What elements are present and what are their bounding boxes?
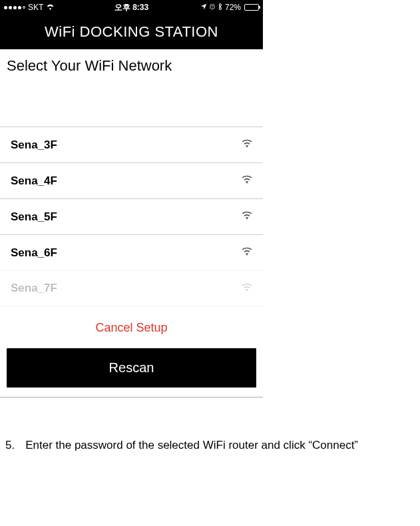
battery-pct-label: 72% <box>225 3 241 12</box>
wifi-ssid-label: Sena_5F <box>11 210 57 224</box>
wifi-status-icon <box>46 3 55 12</box>
bluetooth-icon <box>218 3 223 13</box>
step-number: 5. <box>5 437 15 453</box>
rescan-button[interactable]: Rescan <box>7 348 256 388</box>
cancel-setup-link[interactable]: Cancel Setup <box>0 306 263 344</box>
wifi-icon <box>242 246 252 260</box>
wifi-ssid-label: Sena_6F <box>11 246 57 260</box>
alarm-icon <box>209 3 216 12</box>
status-bar: SKT 오후 8:33 72% <box>0 0 263 15</box>
wifi-icon <box>242 174 252 188</box>
section-heading: Select Your WiFi Network <box>0 49 263 80</box>
wifi-network-row[interactable]: Sena_4F <box>0 162 263 198</box>
wifi-network-row[interactable]: Sena_5F <box>0 198 263 234</box>
wifi-network-row[interactable]: Sena_7F <box>0 270 263 306</box>
step-text: Enter the password of the selected WiFi … <box>25 437 358 453</box>
wifi-ssid-label: Sena_4F <box>11 174 57 188</box>
page-title: WiFi DOCKING STATION <box>45 23 218 41</box>
instruction-step: 5. Enter the password of the selected Wi… <box>0 437 420 453</box>
wifi-ssid-label: Sena_3F <box>11 138 57 152</box>
clock-label: 오후 8:33 <box>89 2 174 13</box>
battery-icon <box>244 4 259 11</box>
divider <box>0 397 263 397</box>
phone-screenshot: SKT 오후 8:33 72% WiFi DOCKING STATION Sel… <box>0 0 263 397</box>
wifi-network-list: Sena_3F Sena_4F Sena_5F Sena_6F Sena_7F <box>0 127 263 306</box>
wifi-network-row[interactable]: Sena_6F <box>0 234 263 270</box>
carrier-label: SKT <box>28 3 43 12</box>
wifi-icon <box>242 282 252 296</box>
title-bar: WiFi DOCKING STATION <box>0 15 263 49</box>
wifi-icon <box>242 138 252 152</box>
wifi-icon <box>242 210 252 224</box>
location-icon <box>200 3 207 12</box>
wifi-ssid-label: Sena_7F <box>11 282 57 295</box>
signal-strength-icon <box>4 6 25 9</box>
wifi-network-row[interactable]: Sena_3F <box>0 127 263 162</box>
